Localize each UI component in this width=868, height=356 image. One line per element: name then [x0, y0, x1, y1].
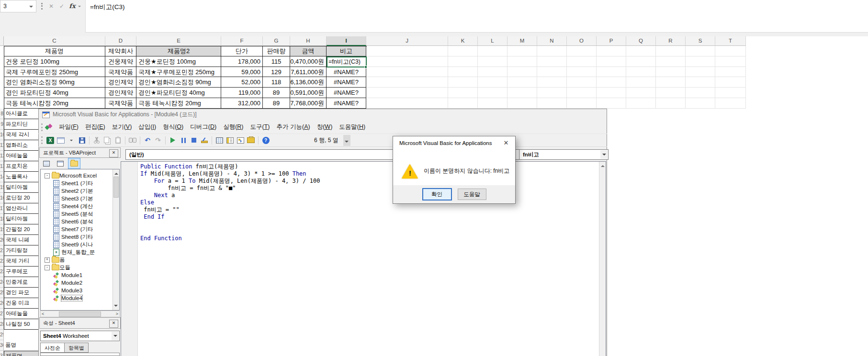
- tree-item-Sheet7-기타[interactable]: Sheet7 (기타: [53, 225, 113, 233]
- menu-item-2[interactable]: 보기(V): [109, 121, 135, 133]
- tree-item-Module2[interactable]: Module2: [53, 279, 113, 287]
- design-mode-icon[interactable]: [199, 135, 210, 145]
- menu-item-7[interactable]: 도구(T): [247, 121, 273, 133]
- tree-item-Sheet9-시나[interactable]: Sheet9 (시나: [53, 241, 113, 248]
- cell-r6c2[interactable]: 경인★파모티딘정 40mg: [136, 88, 221, 98]
- column-header-S[interactable]: S: [686, 36, 715, 46]
- tree-scrollbar[interactable]: [113, 169, 119, 310]
- table-header-제약회사[interactable]: 제약회사: [105, 46, 136, 56]
- project-panel-titlebar[interactable]: 프로젝트 - VBAProject ✕: [39, 147, 121, 158]
- left-cell-row21[interactable]: 가티링정: [4, 245, 38, 256]
- cell-r5c4[interactable]: 118: [263, 77, 290, 88]
- column-header-N[interactable]: N: [537, 36, 567, 46]
- properties-close-icon[interactable]: ✕: [109, 320, 118, 328]
- table-header-판매량[interactable]: 판매량: [263, 46, 290, 56]
- left-cell-row22[interactable]: 국제 가티: [4, 256, 38, 267]
- object-browser-icon[interactable]: [235, 135, 246, 145]
- left-cell-row15[interactable]: 딜티아젬: [4, 182, 38, 193]
- cell-r7c4[interactable]: 89: [263, 98, 290, 109]
- left-cell-row25[interactable]: 경인 파모: [4, 288, 38, 298]
- cell-r7c3[interactable]: 312,000: [221, 98, 263, 109]
- ok-button[interactable]: 확인: [422, 188, 452, 200]
- row-number-9[interactable]: 9: [0, 119, 4, 130]
- row-number-19[interactable]: 19: [0, 224, 4, 235]
- undo-icon[interactable]: ↶: [142, 135, 153, 145]
- cell-r3c5[interactable]: 20,470,000원: [290, 56, 327, 67]
- selected-cell-I3[interactable]: =fn비고(C3): [327, 56, 367, 67]
- row-number-14[interactable]: 14: [0, 172, 4, 182]
- table-header-비고[interactable]: 비고: [327, 46, 366, 56]
- table-header-제품명2[interactable]: 제품명2: [136, 46, 221, 56]
- cell-r5c3[interactable]: 52,000: [221, 77, 263, 88]
- column-header-P[interactable]: P: [597, 36, 626, 46]
- scroll-down-icon[interactable]: [114, 305, 118, 309]
- insert-dropdown-caret-icon[interactable]: [66, 135, 77, 145]
- cell-r6c1[interactable]: 경인제약: [105, 88, 136, 98]
- cut-icon[interactable]: [91, 135, 102, 145]
- cell-r5c5[interactable]: 6,136,000원: [290, 77, 327, 88]
- cell-r3c0[interactable]: 건웅 로딘정 100mg: [4, 56, 105, 67]
- menu-item-5[interactable]: 디버그(D): [187, 121, 220, 133]
- cell-r4c3[interactable]: 59,000: [221, 67, 263, 77]
- cell-r5c0[interactable]: 경인 염화리소짐정 90mg: [4, 77, 105, 88]
- cell-r4c6[interactable]: #NAME?: [327, 67, 366, 77]
- help-button[interactable]: 도움말: [458, 189, 486, 200]
- left-cell-row12[interactable]: 아테놀올: [4, 151, 38, 161]
- row-number-10[interactable]: 10: [0, 130, 4, 140]
- table-header-제품명[interactable]: 제품명: [4, 46, 105, 56]
- insert-userform-icon[interactable]: [56, 135, 66, 145]
- tree-item-Sheet2-기본[interactable]: Sheet2 (기본: [53, 187, 113, 195]
- column-header-D[interactable]: D: [105, 36, 136, 46]
- select-all-corner[interactable]: [0, 36, 4, 46]
- table-header-금액[interactable]: 금액: [290, 46, 327, 56]
- tree-item-폼[interactable]: +폼: [45, 256, 113, 264]
- cell-r6c3[interactable]: 119,000: [221, 88, 263, 98]
- properties-panel-titlebar[interactable]: 속성 - Sheet4 ✕: [39, 317, 121, 329]
- left-cell-row29[interactable]: [4, 330, 38, 340]
- find-icon[interactable]: [127, 135, 138, 145]
- name-box[interactable]: 3: [0, 0, 36, 12]
- column-header-O[interactable]: O: [567, 36, 597, 46]
- left-cell-row14[interactable]: 노플록사: [4, 172, 38, 182]
- code-editor[interactable]: Public Function fn비고(제품명)If Mid(제품명, Len…: [121, 161, 606, 356]
- cell-r7c6[interactable]: #NAME?: [327, 98, 366, 109]
- stop-icon[interactable]: [189, 135, 199, 145]
- cell-r5c1[interactable]: 경인제약: [105, 77, 136, 88]
- row-number-16[interactable]: 16: [0, 193, 4, 203]
- column-header-F[interactable]: F: [221, 36, 263, 46]
- collapse-icon[interactable]: -: [45, 265, 50, 270]
- tree-item-Sheet6-분석[interactable]: Sheet6 (분석: [53, 218, 113, 225]
- tree-item-Sheet8-기타[interactable]: Sheet8 (기타: [53, 233, 113, 241]
- row-number-25[interactable]: 25: [0, 288, 4, 298]
- tree-item-모듈[interactable]: -모듈: [45, 264, 113, 271]
- cell-r7c1[interactable]: 국제약품: [105, 98, 136, 109]
- row-number-15[interactable]: 15: [0, 182, 4, 193]
- cell-r6c0[interactable]: 경인 파모티딘정 40mg: [4, 88, 105, 98]
- cell-r4c4[interactable]: 129: [263, 67, 290, 77]
- row-number-31[interactable]: 31: [0, 351, 4, 356]
- menu-item-4[interactable]: 형식(O): [159, 121, 187, 133]
- tree-item-Module3[interactable]: Module3: [53, 287, 113, 294]
- left-cell-row16[interactable]: 로딘정 20: [4, 193, 38, 203]
- left-cell-row24[interactable]: 민중게로: [4, 277, 38, 288]
- dialog-close-icon[interactable]: ✕: [502, 139, 510, 146]
- redo-icon[interactable]: ↷: [153, 135, 163, 145]
- copy-icon[interactable]: [102, 135, 113, 145]
- cell-r3c1[interactable]: 건웅제약: [105, 56, 136, 67]
- column-header-M[interactable]: M: [507, 36, 537, 46]
- column-header-K[interactable]: K: [448, 36, 478, 46]
- row-number-13[interactable]: 13: [0, 161, 4, 172]
- column-header-T[interactable]: T: [715, 36, 746, 46]
- left-cell-row20[interactable]: 국제 니페: [4, 235, 38, 245]
- menu-item-6[interactable]: 실행(R): [220, 121, 247, 133]
- procedure-combo-caret-icon[interactable]: [600, 150, 608, 159]
- tree-item-Sheet3-기본[interactable]: Sheet3 (기본: [53, 195, 113, 202]
- cell-r7c0[interactable]: 극동 테녹시캄정 20mg: [4, 98, 105, 109]
- tree-item-Sheet4-계산[interactable]: Sheet4 (계산: [53, 202, 113, 210]
- row-number-20[interactable]: 20: [0, 235, 4, 245]
- toggle-folders-icon[interactable]: [68, 158, 80, 169]
- name-box-caret-icon[interactable]: [29, 6, 33, 10]
- enter-icon[interactable]: ✓: [57, 2, 66, 11]
- left-cell-row11[interactable]: 염화리소: [4, 140, 38, 151]
- cell-r4c1[interactable]: 국제약품: [105, 67, 136, 77]
